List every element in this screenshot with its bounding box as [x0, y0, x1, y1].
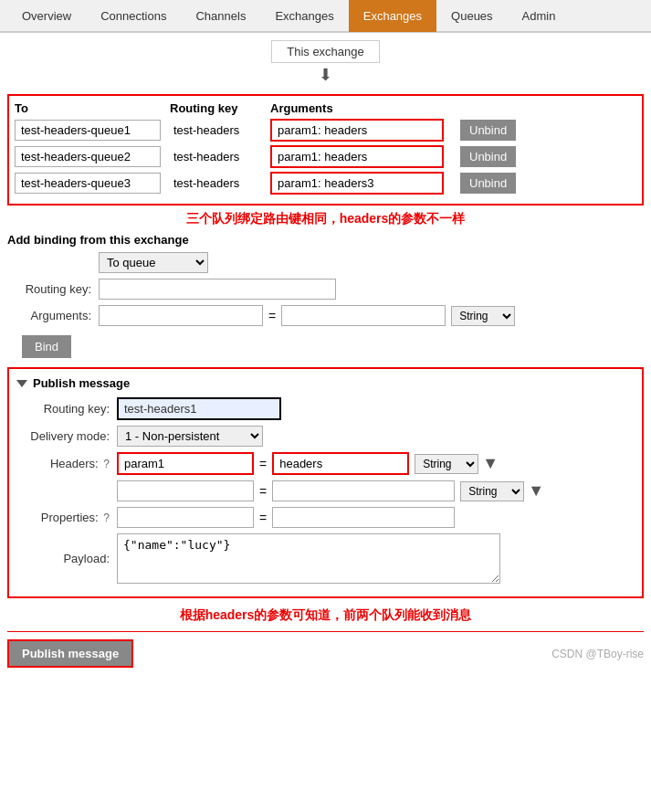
publish-header: Publish message	[16, 376, 635, 390]
args-2: param1: headers	[270, 145, 444, 168]
publish-routing-key-input[interactable]	[117, 397, 281, 420]
headers-key-input-2[interactable]	[117, 480, 254, 501]
publish-headers-row1: Headers: ? = String Integer ▼	[16, 452, 635, 475]
to-queue-label	[7, 256, 99, 269]
queue-name-1: test-headers-queue1	[15, 120, 161, 141]
headers-dropdown-icon-1[interactable]: ▼	[482, 454, 499, 473]
publish-delivery-label: Delivery mode:	[16, 429, 117, 443]
headers-key-input-1[interactable]	[117, 452, 254, 475]
arguments-value-input[interactable]	[281, 305, 446, 326]
properties-value-input[interactable]	[272, 507, 455, 528]
equals-sign: =	[268, 309, 276, 323]
headers-dropdown-icon-2[interactable]: ▼	[528, 481, 544, 501]
tab-overview[interactable]: Overview	[7, 0, 86, 32]
bindings-header-row: To Routing key Arguments	[15, 101, 636, 115]
publish-message-button[interactable]: Publish message	[7, 639, 133, 668]
tab-exchanges[interactable]: Exchanges	[260, 0, 348, 32]
breadcrumb-area: This exchange ⬇	[0, 33, 651, 89]
bindings-table: To Routing key Arguments test-headers-qu…	[7, 94, 644, 206]
breadcrumb: This exchange	[271, 40, 380, 63]
headers-value-input-2[interactable]	[272, 480, 455, 501]
routing-key-label: Routing key:	[7, 282, 99, 296]
routing-key-row: Routing key:	[7, 279, 644, 300]
arguments-label: Arguments:	[7, 309, 99, 322]
publish-routing-key-row: Routing key:	[16, 397, 635, 420]
headers-type-select-2[interactable]: String Integer	[460, 481, 524, 501]
navigation-bar: Overview Connections Channels Exchanges …	[0, 0, 651, 33]
publish-title: Publish message	[33, 376, 130, 390]
queue-name-3: test-headers-queue3	[15, 173, 161, 194]
publish-delivery-row: Delivery mode: 1 - Non-persistent 2 - Pe…	[16, 426, 635, 447]
publish-payload-label: Payload:	[16, 552, 117, 565]
collapse-icon[interactable]	[16, 380, 27, 387]
down-arrow-icon: ⬇	[319, 65, 332, 85]
unbind-button-2[interactable]: Unbind	[460, 146, 516, 167]
header-to: To	[15, 101, 170, 115]
tab-queues[interactable]: Queues	[436, 0, 508, 32]
routing-key-2: test-headers	[170, 150, 243, 163]
bind-button[interactable]: Bind	[22, 335, 71, 358]
arguments-key-input[interactable]	[99, 305, 263, 326]
routing-key-input[interactable]	[99, 279, 336, 300]
add-binding-title: Add binding from this exchange	[7, 233, 644, 247]
to-queue-row: To queue To exchange	[7, 252, 644, 273]
queue-name-2: test-headers-queue2	[15, 146, 161, 167]
tab-channels[interactable]: Channels	[181, 0, 260, 32]
unbind-button-1[interactable]: Unbind	[460, 120, 516, 141]
annotation-binding: 三个队列绑定路由键相同，headers的参数不一样	[0, 211, 651, 227]
annotation-result: 根据headers的参数可知道，前两个队列能收到消息	[0, 607, 651, 624]
add-binding-section: Add binding from this exchange To queue …	[7, 233, 644, 362]
publish-properties-row: Properties: ? =	[16, 507, 635, 528]
tab-connections[interactable]: Connections	[86, 0, 181, 32]
publish-button-row: Publish message CSDN @TBoy-rise	[7, 631, 644, 668]
publish-section: Publish message Routing key: Delivery mo…	[7, 367, 644, 598]
headers-equals-1: =	[259, 457, 267, 471]
headers-type-select-1[interactable]: String Integer	[415, 454, 478, 474]
table-row: test-headers-queue2 test-headers param1:…	[15, 145, 636, 168]
headers-help-icon[interactable]: ?	[103, 458, 110, 470]
routing-key-1: test-headers	[170, 123, 243, 137]
args-1: param1: headers	[270, 119, 444, 142]
publish-delivery-select[interactable]: 1 - Non-persistent 2 - Persistent	[117, 426, 263, 447]
publish-properties-label: Properties: ?	[16, 511, 117, 524]
publish-headers-label: Headers: ?	[16, 457, 117, 470]
properties-equals: =	[259, 511, 267, 525]
args-3: param1: headers3	[270, 172, 444, 195]
routing-key-3: test-headers	[170, 176, 243, 190]
headers-value-input-1[interactable]	[272, 452, 409, 475]
header-arguments: Arguments	[270, 101, 453, 115]
watermark-text: CSDN @TBoy-rise	[551, 648, 644, 660]
publish-payload-textarea[interactable]: {"name":"lucy"}	[117, 533, 500, 584]
arguments-type-select[interactable]: String Integer Boolean	[451, 306, 515, 326]
header-routing-key: Routing key	[170, 101, 270, 115]
publish-routing-key-label: Routing key:	[16, 402, 117, 416]
headers-equals-2: =	[259, 484, 267, 499]
unbind-button-3[interactable]: Unbind	[460, 173, 516, 194]
table-row: test-headers-queue1 test-headers param1:…	[15, 119, 636, 142]
tab-admin[interactable]: Admin	[508, 0, 571, 32]
tab-exchanges-active[interactable]: Exchanges	[349, 0, 436, 32]
publish-payload-row: Payload: {"name":"lucy"}	[16, 533, 635, 584]
publish-headers-row2: = String Integer ▼	[16, 480, 635, 501]
table-row: test-headers-queue3 test-headers param1:…	[15, 172, 636, 195]
to-queue-select[interactable]: To queue To exchange	[99, 252, 208, 273]
properties-key-input[interactable]	[117, 507, 254, 528]
properties-help-icon[interactable]: ?	[103, 511, 110, 524]
arguments-row: Arguments: = String Integer Boolean	[7, 305, 644, 326]
